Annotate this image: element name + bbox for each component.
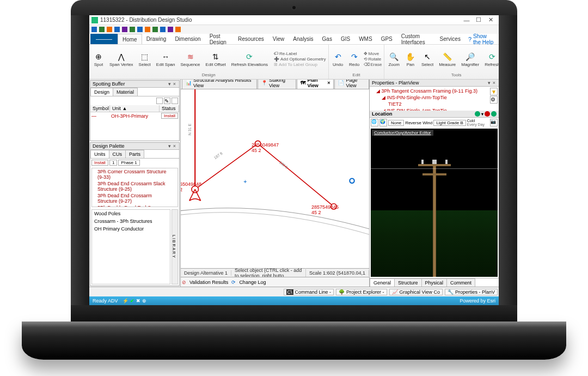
add-geom-button[interactable]: ➕ Add Optional Geometry	[274, 57, 326, 62]
tab-plan-view[interactable]: 🗺Plan View×	[297, 80, 334, 89]
qat-icon[interactable]	[107, 27, 112, 32]
tab-design[interactable]: Design	[90, 88, 113, 96]
menu-view[interactable]: View	[268, 34, 289, 44]
magnifier-button[interactable]: 🔎Magnifier	[460, 51, 481, 68]
reverse-wind-toggle[interactable]: Reverse Wind	[405, 120, 432, 125]
qat-icon[interactable]	[160, 27, 166, 32]
select-tool-button[interactable]: ↖Select	[420, 51, 435, 68]
relabel-button[interactable]: 🏷 Re-Label	[274, 51, 326, 56]
menu-post-design[interactable]: Post Design	[205, 34, 234, 44]
tree-item[interactable]: ◢ 3Ph Tangent Crossarm Framing (9-11 Fig…	[372, 88, 487, 94]
spot-button[interactable]: ⊕Spot	[91, 51, 106, 68]
menu-gps[interactable]: GPS	[377, 34, 397, 44]
camera-icon[interactable]: 📷	[490, 119, 498, 126]
tab-changelog[interactable]: Change Log	[239, 280, 266, 285]
pin-icon[interactable]: ▾	[167, 143, 172, 149]
tab-parts[interactable]: Parts	[125, 150, 144, 158]
filter-icon[interactable]: ▼	[490, 88, 498, 95]
grade-select[interactable]: Light Grade B	[433, 120, 465, 126]
check-icon[interactable]: ✔	[130, 298, 134, 304]
tab-page-view[interactable]: 📄Page View	[334, 80, 369, 89]
refresh-elev-button[interactable]: ⟳Refresh Elevations	[230, 51, 270, 68]
qat-icon[interactable]	[114, 27, 120, 32]
undo-button[interactable]: ↶Undo	[331, 51, 345, 68]
structure-viewer[interactable]: Conductor/Guy/Anchor Editor	[371, 129, 498, 277]
redo-button[interactable]: ↷Redo	[347, 51, 362, 68]
close-button[interactable]: ✕	[485, 16, 497, 23]
error-icon[interactable]: ⊘	[182, 280, 186, 285]
tool-icon[interactable]: ✎	[164, 98, 170, 104]
count-select[interactable]: 1	[109, 160, 117, 166]
library-tab[interactable]: LIBRARY	[171, 209, 178, 284]
tab-structural[interactable]: 📊Structural Analysis Results View	[182, 80, 257, 89]
palette-item[interactable]: 3Ph Dead End Crossarm Structure (9-27)	[92, 192, 177, 204]
menu-services[interactable]: Services	[436, 34, 465, 44]
buffer-row[interactable]: OH-3PH-Primary	[111, 113, 161, 119]
tree-item[interactable]: TIET2	[372, 101, 487, 107]
location-header[interactable]: Location ▾	[370, 111, 499, 118]
tab-material[interactable]: Material	[113, 88, 138, 96]
edit-span-button[interactable]: ↔Edit Span	[155, 51, 177, 68]
close-icon[interactable]: ×	[327, 80, 330, 86]
tab-staking[interactable]: 📍Staking View	[258, 80, 296, 89]
menu-home[interactable]: Home	[118, 34, 142, 44]
command-line-panel[interactable]: C\Command Line -	[284, 289, 334, 295]
pin-icon[interactable]: ▾	[167, 81, 172, 87]
chevron-icon[interactable]: ▾	[481, 112, 483, 117]
refresh-tool-button[interactable]: ⟳Refresh	[483, 51, 499, 68]
tool-icon[interactable]: 🌍	[379, 119, 387, 126]
menu-dimension[interactable]: Dimension	[170, 34, 205, 44]
file-menu[interactable]: ———	[90, 34, 118, 44]
menu-gis[interactable]: GIS	[336, 34, 354, 44]
tool-icon[interactable]: ⊕	[142, 298, 146, 304]
close-icon[interactable]: ×	[492, 80, 497, 86]
qat-icon[interactable]	[99, 27, 105, 32]
zoom-button[interactable]: 🔍Zoom	[387, 51, 401, 68]
menu-wms[interactable]: WMS	[354, 34, 376, 44]
minimize-button[interactable]: —	[461, 17, 473, 23]
status-select[interactable]: Install	[161, 113, 178, 119]
tool-icon[interactable]	[156, 98, 163, 104]
erase-button[interactable]: ⌫ Erase	[364, 62, 382, 67]
edit-offset-button[interactable]: ⇅Edit Offset	[204, 51, 228, 68]
menu-drawing[interactable]: Drawing	[142, 34, 171, 44]
qat-icon[interactable]	[152, 27, 158, 32]
properties-header[interactable]: Properties - PlanView▾×	[370, 80, 499, 87]
palette-item[interactable]: 3Ph Corner Crossarm Structure (9-33)	[92, 168, 177, 180]
gear-icon[interactable]: ⚙	[490, 96, 498, 104]
qat-icon[interactable]	[91, 27, 97, 32]
category-item[interactable]: Crossarm - 3Ph Structures	[92, 217, 170, 225]
tab-validation[interactable]: Validation Results	[189, 280, 228, 285]
tree-item[interactable]: ◢ INS-PIN-Single-Arm-TopTie	[372, 94, 487, 101]
help-button[interactable]: ?Show the Help	[465, 34, 499, 44]
pan-button[interactable]: ✋Pan	[403, 51, 418, 68]
close-icon[interactable]: ×	[172, 81, 177, 87]
install-select[interactable]: Install	[91, 160, 108, 166]
qat-icon[interactable]	[122, 27, 127, 32]
plan-canvas[interactable]: + N 31 E 187 ft 180 ft 550498482 2856049…	[181, 89, 369, 268]
palette-header[interactable]: Design Palette▾×	[90, 143, 179, 150]
close-icon[interactable]: ×	[172, 143, 177, 149]
phase-select[interactable]: Phase 1	[118, 160, 139, 166]
menu-analysis[interactable]: Analysis	[289, 34, 317, 44]
select-button[interactable]: ⬚Select	[137, 51, 152, 68]
palette-item[interactable]: 3Ph Dead End Crossarm Slack Structure (9…	[92, 180, 177, 192]
tab-comment[interactable]: Comment	[446, 278, 475, 287]
none-select[interactable]: None	[388, 120, 404, 126]
menu-custom[interactable]: Custom Interfaces	[397, 34, 436, 44]
qat-icon[interactable]	[175, 27, 181, 32]
spotting-buffer-header[interactable]: Spotting Buffer▾×	[90, 81, 179, 88]
refresh-icon[interactable]: ⟳	[231, 280, 236, 285]
properties-panel-tab[interactable]: 🔧Properties - PlanV	[445, 289, 498, 295]
tool-icon[interactable]: 🌐	[371, 119, 378, 126]
qat-icon[interactable]	[130, 27, 135, 32]
tool-icon[interactable]	[171, 98, 178, 104]
category-item[interactable]: OH Primary Conductor	[92, 225, 170, 233]
rotate-button[interactable]: ⟲ Rotate	[364, 57, 382, 62]
qat-icon[interactable]	[145, 27, 150, 32]
menu-resources[interactable]: Resources	[234, 34, 268, 44]
graphical-view-panel[interactable]: 📈Graphical View Co	[389, 289, 443, 295]
qat-icon[interactable]	[168, 27, 173, 32]
viewer-label[interactable]: Conductor/Guy/Anchor Editor	[372, 130, 433, 136]
span-vertex-button[interactable]: ⋀Span Vertex	[108, 51, 135, 68]
